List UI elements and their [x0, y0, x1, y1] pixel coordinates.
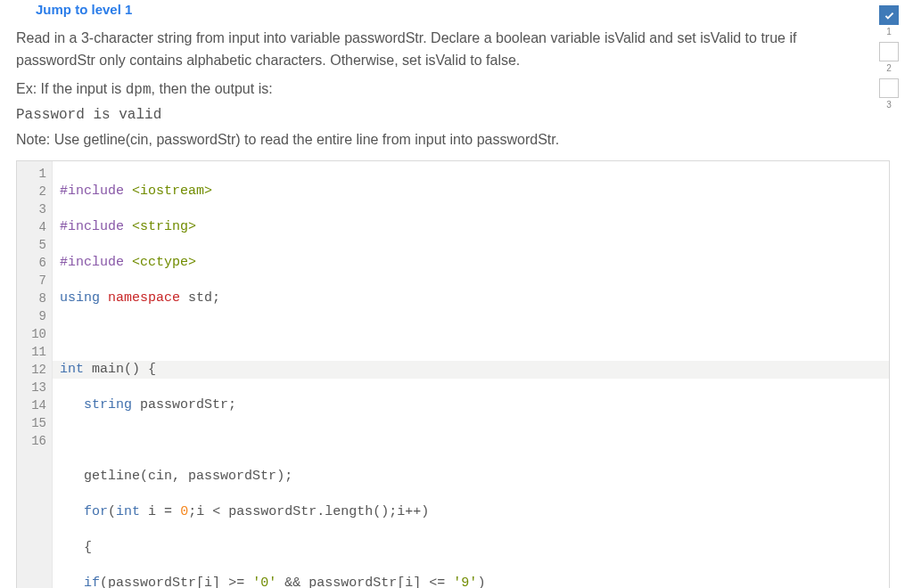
example-prefix: Ex: If the input is [16, 81, 126, 96]
progress-num-2: 2 [886, 63, 892, 73]
progress-chip-2[interactable] [879, 42, 899, 61]
progress-num-1: 1 [886, 27, 892, 37]
expected-output: Password is valid [16, 107, 897, 123]
example-line: Ex: If the input is dpm, then the output… [16, 81, 897, 98]
code-editor[interactable]: 12345678 910111213141516 #include <iostr… [16, 160, 890, 588]
note-line: Note: Use getline(cin, passwordStr) to r… [16, 132, 897, 148]
code-body[interactable]: #include <iostream> #include <string> #i… [53, 161, 889, 588]
example-suffix: , then the output is: [152, 81, 273, 96]
progress-num-3: 3 [886, 100, 892, 110]
jump-to-level-link[interactable]: Jump to level 1 [16, 0, 132, 28]
check-icon [884, 10, 895, 21]
line-gutter: 12345678 910111213141516 [17, 161, 53, 588]
progress-rail: 1 2 3 [877, 5, 901, 113]
progress-chip-3[interactable] [879, 78, 899, 98]
progress-chip-1[interactable] [879, 5, 899, 25]
prompt-paragraph: Read in a 3-character string from input … [16, 28, 854, 72]
example-value: dpm [126, 82, 152, 98]
